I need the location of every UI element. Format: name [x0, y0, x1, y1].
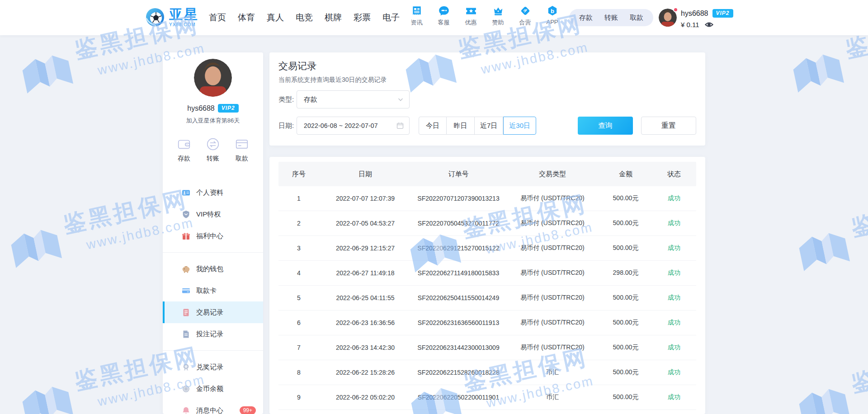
- cell-order: SF202206291215270015122: [411, 245, 505, 252]
- table-header: 序号 日期 订单号 交易类型 金额 状态: [278, 162, 696, 186]
- sidebar-item-wallet[interactable]: 我的钱包: [163, 258, 263, 280]
- sidebar-menu: 个人资料 VIP特权 福利中心: [163, 182, 263, 414]
- sidebar-item-messages[interactable]: 消息中心 99+: [163, 400, 263, 414]
- menu-support[interactable]: 客服: [433, 5, 454, 27]
- reset-button[interactable]: 重置: [641, 117, 696, 135]
- cell-amount: 500.00元: [599, 319, 652, 327]
- balance-amount: ¥ 0.11: [681, 21, 699, 28]
- nav-lottery[interactable]: 彩票: [354, 12, 371, 24]
- logo-title: 亚星: [169, 8, 199, 21]
- logo-text: 亚星 YX88.COM: [169, 8, 199, 27]
- profile-avatar[interactable]: [194, 59, 232, 97]
- cell-status: 成功: [652, 368, 696, 376]
- range-7days-button[interactable]: 近7日: [475, 117, 503, 135]
- svg-text:b: b: [551, 8, 554, 14]
- search-button[interactable]: 查询: [578, 117, 633, 135]
- cell-date: 2022-06-23 14:42:30: [319, 344, 411, 351]
- sidebar-item-coin-balance[interactable]: 金币余额: [163, 378, 263, 400]
- quick-withdraw-label: 取款: [236, 155, 248, 163]
- sidebar-item-label: 兑奖记录: [196, 363, 223, 372]
- cell-no: 6: [278, 319, 319, 326]
- quick-transfer[interactable]: 转账: [205, 136, 221, 163]
- quick-deposit[interactable]: 存款: [176, 136, 192, 163]
- sponsor-icon: [492, 5, 504, 17]
- menu-partner[interactable]: 合营: [514, 5, 536, 27]
- table-row: 8 2022-06-22 15:28:26 SF2022062215282600…: [278, 360, 696, 385]
- menu-news[interactable]: 资讯: [406, 5, 427, 27]
- site-logo[interactable]: 亚星 YX88.COM: [145, 7, 199, 28]
- cell-order: SF202206221528260018228: [411, 369, 505, 376]
- quick-withdraw[interactable]: 取款: [234, 136, 250, 163]
- username[interactable]: hys6688: [681, 9, 708, 18]
- cell-order: SF202206231636560011913: [411, 319, 505, 326]
- cell-amount: 500.00元: [599, 343, 652, 352]
- menu-partner-label: 合营: [519, 19, 531, 27]
- cell-date: 2022-06-27 11:49:18: [319, 269, 411, 277]
- cell-order: SF202206250411550014249: [411, 294, 505, 301]
- cell-order: SF202206231442300013009: [411, 344, 505, 351]
- cell-no: 3: [278, 245, 319, 252]
- date-range-input[interactable]: 2022-06-08 ~ 2022-07-07: [297, 117, 410, 135]
- cell-status: 成功: [652, 343, 696, 352]
- sidebar-item-transactions[interactable]: 交易记录: [163, 301, 263, 323]
- menu-app-label: APP: [546, 19, 558, 25]
- cell-no: 2: [278, 220, 319, 227]
- nav-live[interactable]: 真人: [267, 12, 284, 24]
- cell-status: 成功: [652, 294, 696, 302]
- sidebar-item-redeem[interactable]: 兑奖记录: [163, 356, 263, 378]
- table-row: 1 2022-07-07 12:07:39 SF2022070712073900…: [278, 186, 696, 211]
- sidebar-item-profile[interactable]: 个人资料: [163, 182, 263, 203]
- bet-doc-icon: [182, 330, 190, 339]
- sidebar-item-welfare[interactable]: 福利中心: [163, 225, 263, 247]
- col-order: 订单号: [411, 170, 505, 179]
- cell-status: 成功: [652, 194, 696, 202]
- cell-status: 成功: [652, 269, 696, 277]
- coupon-icon: [465, 5, 477, 17]
- main-nav: 首页 体育 真人 电竞 棋牌 彩票 电子: [209, 0, 400, 35]
- cell-amount: 500.00元: [599, 393, 652, 401]
- nav-sports[interactable]: 体育: [238, 12, 255, 24]
- header-transfer-button[interactable]: 转账: [604, 14, 618, 22]
- cell-status: 成功: [652, 393, 696, 401]
- nav-esports[interactable]: 电竞: [296, 12, 313, 24]
- profile-name-row: hys6688 VIP2: [163, 104, 263, 113]
- table-row: 3 2022-06-29 12:15:27 SF2022062912152700…: [278, 236, 696, 261]
- nav-slots[interactable]: 电子: [382, 12, 400, 24]
- col-amount: 金额: [599, 170, 652, 179]
- cell-type: 币汇: [505, 368, 599, 376]
- cell-type: 易币付 (USDT/TRC20): [505, 244, 599, 252]
- sidebar-item-vip[interactable]: VIP特权: [163, 203, 263, 225]
- piggy-bank-icon: [182, 265, 190, 273]
- type-select-value: 存款: [304, 95, 317, 104]
- cell-date: 2022-07-05 04:53:27: [319, 220, 411, 227]
- cell-date: 2022-07-07 12:07:39: [319, 195, 411, 202]
- header-withdraw-button[interactable]: 取款: [630, 14, 643, 22]
- cell-order: SF202206271149180015833: [411, 269, 505, 277]
- cell-no: 9: [278, 394, 319, 401]
- cell-date: 2022-06-23 16:36:56: [319, 319, 411, 326]
- avatar-photo: [194, 59, 232, 97]
- menu-coupon[interactable]: 优惠: [460, 5, 481, 27]
- type-select[interactable]: 存款: [297, 90, 410, 108]
- watermark: 鉴黑担保网www.jhdb8.com: [791, 187, 868, 279]
- range-30days-button[interactable]: 近30日: [503, 117, 536, 135]
- sidebar-item-bets[interactable]: 投注记录: [163, 323, 263, 345]
- sidebar: hys6688 VIP2 加入亚星体育第86天 存款 转账: [163, 52, 263, 414]
- cell-type: 易币付 (USDT/TRC20): [505, 319, 599, 327]
- quick-transfer-label: 转账: [207, 155, 219, 163]
- nav-home[interactable]: 首页: [209, 12, 226, 24]
- sidebar-item-label: 福利中心: [196, 232, 223, 240]
- nav-cards[interactable]: 棋牌: [325, 12, 342, 24]
- menu-app[interactable]: b APP: [542, 5, 563, 27]
- range-today-button[interactable]: 今日: [419, 117, 447, 135]
- table-row: 9 2022-06-22 05:02:20 SF2022062205022000…: [278, 385, 696, 410]
- eye-icon[interactable]: [705, 20, 713, 29]
- watermark-logo-icon: [16, 44, 78, 102]
- logo-subtitle: YX88.COM: [169, 23, 199, 27]
- sidebar-item-withdraw-card[interactable]: 取款卡: [163, 280, 263, 301]
- range-yesterday-button[interactable]: 昨日: [447, 117, 475, 135]
- menu-sponsor[interactable]: 赞助: [487, 5, 509, 27]
- header-deposit-button[interactable]: 存款: [579, 14, 593, 22]
- sidebar-item-label: 取款卡: [196, 287, 217, 295]
- deposit-icon: [176, 136, 192, 152]
